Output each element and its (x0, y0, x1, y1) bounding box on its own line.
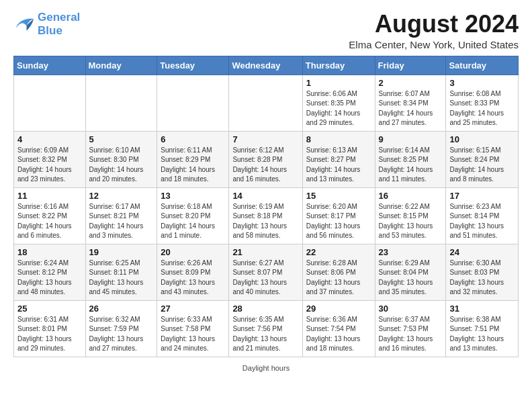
calendar-cell: 1Sunrise: 6:06 AM Sunset: 8:35 PM Daylig… (302, 75, 375, 131)
day-info: Sunrise: 6:06 AM Sunset: 8:35 PM Dayligh… (306, 89, 371, 128)
day-info: Sunrise: 6:33 AM Sunset: 7:58 PM Dayligh… (161, 315, 225, 354)
logo-text-blue: Blue (38, 24, 80, 38)
day-info: Sunrise: 6:30 AM Sunset: 8:03 PM Dayligh… (449, 259, 515, 298)
calendar-cell: 29Sunrise: 6:36 AM Sunset: 7:54 PM Dayli… (302, 300, 375, 357)
calendar-day-header: Thursday (302, 56, 375, 75)
day-info: Sunrise: 6:32 AM Sunset: 7:59 PM Dayligh… (89, 315, 154, 354)
day-number: 17 (449, 191, 515, 201)
day-info: Sunrise: 6:20 AM Sunset: 8:17 PM Dayligh… (306, 202, 371, 241)
day-info: Sunrise: 6:38 AM Sunset: 7:51 PM Dayligh… (449, 315, 515, 354)
day-info: Sunrise: 6:08 AM Sunset: 8:33 PM Dayligh… (449, 89, 515, 128)
calendar-cell: 13Sunrise: 6:18 AM Sunset: 8:20 PM Dayli… (157, 187, 229, 244)
day-info: Sunrise: 6:07 AM Sunset: 8:34 PM Dayligh… (379, 89, 443, 128)
calendar-day-header: Monday (85, 56, 157, 75)
day-number: 21 (232, 247, 298, 257)
day-info: Sunrise: 6:13 AM Sunset: 8:27 PM Dayligh… (306, 146, 371, 185)
calendar-cell: 17Sunrise: 6:23 AM Sunset: 8:14 PM Dayli… (446, 187, 519, 244)
calendar-cell: 5Sunrise: 6:10 AM Sunset: 8:30 PM Daylig… (85, 131, 157, 187)
day-info: Sunrise: 6:24 AM Sunset: 8:12 PM Dayligh… (17, 259, 82, 298)
day-number: 9 (379, 134, 443, 144)
day-number: 14 (232, 191, 298, 201)
day-number: 15 (306, 191, 371, 201)
day-info: Sunrise: 6:12 AM Sunset: 8:28 PM Dayligh… (232, 146, 298, 185)
day-number: 4 (17, 134, 82, 144)
day-number: 31 (449, 304, 515, 314)
calendar-cell: 6Sunrise: 6:11 AM Sunset: 8:29 PM Daylig… (157, 131, 229, 187)
day-info: Sunrise: 6:15 AM Sunset: 8:24 PM Dayligh… (449, 146, 515, 185)
calendar-cell: 23Sunrise: 6:29 AM Sunset: 8:04 PM Dayli… (375, 244, 446, 300)
day-info: Sunrise: 6:11 AM Sunset: 8:29 PM Dayligh… (161, 146, 225, 185)
day-number: 29 (306, 304, 371, 314)
day-info: Sunrise: 6:27 AM Sunset: 8:07 PM Dayligh… (232, 259, 298, 298)
calendar-cell: 25Sunrise: 6:31 AM Sunset: 8:01 PM Dayli… (14, 300, 86, 357)
day-number: 30 (379, 304, 443, 314)
calendar-week-row: 11Sunrise: 6:16 AM Sunset: 8:22 PM Dayli… (14, 187, 519, 244)
day-number: 16 (379, 191, 443, 201)
calendar-cell: 18Sunrise: 6:24 AM Sunset: 8:12 PM Dayli… (14, 244, 86, 300)
day-number: 7 (232, 134, 298, 144)
calendar-cell: 24Sunrise: 6:30 AM Sunset: 8:03 PM Dayli… (446, 244, 519, 300)
calendar-day-header: Tuesday (157, 56, 229, 75)
calendar-cell: 2Sunrise: 6:07 AM Sunset: 8:34 PM Daylig… (375, 75, 446, 131)
calendar-cell: 8Sunrise: 6:13 AM Sunset: 8:27 PM Daylig… (302, 131, 375, 187)
calendar-cell: 20Sunrise: 6:26 AM Sunset: 8:09 PM Dayli… (157, 244, 229, 300)
calendar-cell: 21Sunrise: 6:27 AM Sunset: 8:07 PM Dayli… (229, 244, 302, 300)
calendar-cell: 14Sunrise: 6:19 AM Sunset: 8:18 PM Dayli… (229, 187, 302, 244)
calendar-cell (14, 75, 86, 131)
calendar-day-header: Saturday (446, 56, 519, 75)
calendar-cell: 22Sunrise: 6:28 AM Sunset: 8:06 PM Dayli… (302, 244, 375, 300)
calendar-cell (157, 75, 229, 131)
calendar-cell: 10Sunrise: 6:15 AM Sunset: 8:24 PM Dayli… (446, 131, 519, 187)
calendar-day-header: Sunday (14, 56, 86, 75)
day-info: Sunrise: 6:25 AM Sunset: 8:11 PM Dayligh… (89, 259, 154, 298)
day-info: Sunrise: 6:29 AM Sunset: 8:04 PM Dayligh… (379, 259, 443, 298)
day-number: 6 (161, 134, 225, 144)
calendar-cell: 9Sunrise: 6:14 AM Sunset: 8:25 PM Daylig… (375, 131, 446, 187)
calendar-cell (85, 75, 157, 131)
calendar-day-header: Wednesday (229, 56, 302, 75)
day-number: 28 (232, 304, 298, 314)
day-info: Sunrise: 6:37 AM Sunset: 7:53 PM Dayligh… (379, 315, 443, 354)
calendar-week-row: 18Sunrise: 6:24 AM Sunset: 8:12 PM Dayli… (14, 244, 519, 300)
day-number: 8 (306, 134, 371, 144)
logo-text-general: General (38, 11, 80, 24)
logo-text-block: General Blue (38, 11, 80, 37)
day-number: 27 (161, 304, 225, 314)
calendar-cell: 28Sunrise: 6:35 AM Sunset: 7:56 PM Dayli… (229, 300, 302, 357)
day-info: Sunrise: 6:23 AM Sunset: 8:14 PM Dayligh… (449, 202, 515, 241)
calendar-cell: 15Sunrise: 6:20 AM Sunset: 8:17 PM Dayli… (302, 187, 375, 244)
month-title: August 2024 (349, 11, 519, 38)
page-header: General Blue August 2024 Elma Center, Ne… (13, 11, 519, 50)
day-number: 23 (379, 247, 443, 257)
day-info: Sunrise: 6:22 AM Sunset: 8:15 PM Dayligh… (379, 202, 443, 241)
day-info: Sunrise: 6:16 AM Sunset: 8:22 PM Dayligh… (17, 202, 82, 241)
calendar-cell: 3Sunrise: 6:08 AM Sunset: 8:33 PM Daylig… (446, 75, 519, 131)
calendar-cell: 27Sunrise: 6:33 AM Sunset: 7:58 PM Dayli… (157, 300, 229, 357)
day-number: 20 (161, 247, 225, 257)
day-info: Sunrise: 6:26 AM Sunset: 8:09 PM Dayligh… (161, 259, 225, 298)
day-number: 25 (17, 304, 82, 314)
calendar-table: SundayMondayTuesdayWednesdayThursdayFrid… (13, 56, 519, 357)
location: Elma Center, New York, United States (349, 39, 519, 50)
calendar-cell: 7Sunrise: 6:12 AM Sunset: 8:28 PM Daylig… (229, 131, 302, 187)
calendar-cell: 26Sunrise: 6:32 AM Sunset: 7:59 PM Dayli… (85, 300, 157, 357)
calendar-cell: 31Sunrise: 6:38 AM Sunset: 7:51 PM Dayli… (446, 300, 519, 357)
day-number: 12 (89, 191, 154, 201)
day-info: Sunrise: 6:17 AM Sunset: 8:21 PM Dayligh… (89, 202, 154, 241)
day-number: 24 (449, 247, 515, 257)
day-info: Sunrise: 6:14 AM Sunset: 8:25 PM Dayligh… (379, 146, 443, 185)
day-info: Sunrise: 6:19 AM Sunset: 8:18 PM Dayligh… (232, 202, 298, 241)
day-number: 11 (17, 191, 82, 201)
day-number: 2 (379, 78, 443, 88)
day-info: Sunrise: 6:09 AM Sunset: 8:32 PM Dayligh… (17, 146, 82, 185)
day-info: Sunrise: 6:18 AM Sunset: 8:20 PM Dayligh… (161, 202, 225, 241)
calendar-week-row: 1Sunrise: 6:06 AM Sunset: 8:35 PM Daylig… (14, 75, 519, 131)
calendar-cell: 12Sunrise: 6:17 AM Sunset: 8:21 PM Dayli… (85, 187, 157, 244)
calendar-day-header: Friday (375, 56, 446, 75)
footer: Daylight hours (13, 364, 519, 372)
calendar-week-row: 4Sunrise: 6:09 AM Sunset: 8:32 PM Daylig… (14, 131, 519, 187)
day-info: Sunrise: 6:36 AM Sunset: 7:54 PM Dayligh… (306, 315, 371, 354)
calendar-cell: 11Sunrise: 6:16 AM Sunset: 8:22 PM Dayli… (14, 187, 86, 244)
logo-bird-icon (13, 15, 35, 34)
calendar-cell: 16Sunrise: 6:22 AM Sunset: 8:15 PM Dayli… (375, 187, 446, 244)
